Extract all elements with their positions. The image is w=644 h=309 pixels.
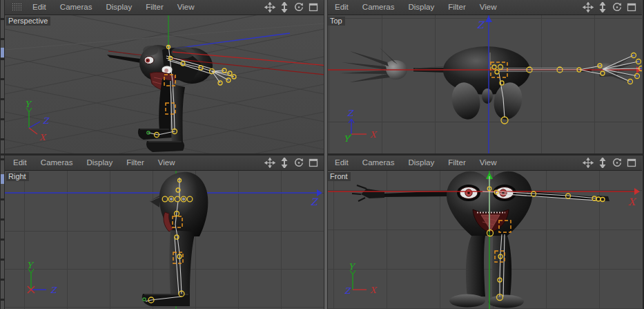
maximize-icon[interactable] [626,2,637,12]
menu-display[interactable]: Display [401,0,441,15]
grip-handle[interactable] [12,3,22,12]
pan-icon[interactable] [264,2,275,12]
viewport-label: Top [328,17,345,26]
x-axis-label: X [628,196,636,207]
menu-edit[interactable]: Edit [326,156,355,170]
quad-viewport-window: Edit Cameras Display Filter View Perspec… [0,0,644,309]
viewport-menubar: Edit Cameras Display Filter View [326,0,642,15]
axis-gizmo: Z X Y [344,109,378,144]
menu-edit[interactable]: Edit [26,0,53,15]
viewport-menubar: Edit Cameras Display Filter View [5,0,324,15]
viewport-canvas-perspective[interactable]: Perspective [5,15,324,153]
viewport-nav-icons [583,2,642,12]
menu-cameras[interactable]: Cameras [53,0,99,15]
dolly-icon[interactable] [279,158,290,168]
viewport-canvas-right[interactable]: Right Z [5,171,324,309]
viewport-nav-icons [264,158,324,168]
palette-highlight-sliver [1,48,4,57]
viewport-splitter-vertical[interactable] [324,0,328,309]
menu-edit[interactable]: Edit [326,0,355,15]
menu-cameras[interactable]: Cameras [34,156,80,170]
maximize-icon[interactable] [626,158,637,168]
z-axis-arrow [317,189,322,196]
menu-filter[interactable]: Filter [119,156,151,170]
grid-highlight-line [5,24,324,50]
menu-view[interactable]: View [473,0,504,15]
axis-gizmo: Y Z X [25,100,50,142]
rotate-icon[interactable] [293,2,304,12]
viewport-nav-icons [583,158,642,168]
viewport-canvas-front[interactable]: Front [326,171,642,309]
dolly-icon[interactable] [597,2,608,12]
gizmo-x-label: X [370,285,378,295]
menu-edit[interactable]: Edit [5,156,34,170]
axis-gizmo: Y Z [27,261,57,295]
rotate-icon[interactable] [293,158,304,168]
scene-top: Z [326,15,642,153]
viewport-right: Edit Cameras Display Filter View Right Z [5,156,324,309]
z-axis-label: Z [477,19,485,30]
gizmo-z-label: Z [344,286,351,296]
maximize-icon[interactable] [308,158,319,168]
pan-icon[interactable] [264,158,275,168]
palette-highlight-sliver [1,174,4,184]
z-axis [169,33,290,49]
rotate-icon[interactable] [612,2,623,12]
viewport-top: Edit Cameras Display Filter View Top [326,0,642,153]
dolly-icon[interactable] [279,2,290,12]
menu-cameras[interactable]: Cameras [355,0,402,15]
menu-filter[interactable]: Filter [441,156,473,170]
menu-filter[interactable]: Filter [139,0,170,15]
viewport-label: Right [6,172,29,181]
viewport-perspective: Edit Cameras Display Filter View Perspec… [5,0,324,153]
viewport-label: Perspective [6,17,50,26]
menu-filter[interactable]: Filter [441,0,473,15]
x-axis-arrow [634,188,640,195]
viewport-nav-icons [264,2,324,12]
gizmo-x-label: X [370,130,378,140]
menu-view[interactable]: View [151,156,182,170]
menu-view[interactable]: View [170,0,202,15]
z-axis-label: Z [311,196,319,207]
scene-right: Z [5,171,324,309]
axis-gizmo: Y X Z [344,262,378,296]
pan-icon[interactable] [583,2,594,12]
menu-cameras[interactable]: Cameras [355,156,402,170]
menu-display[interactable]: Display [99,0,139,15]
gizmo-z-label: Z [50,285,57,295]
scene-perspective: Y Z X [5,15,324,153]
gizmo-z-label: Z [347,109,354,118]
maximize-icon[interactable] [308,2,319,12]
menu-display[interactable]: Display [79,156,119,170]
menu-view[interactable]: View [473,156,504,170]
viewport-label: Front [328,172,351,181]
dolly-icon[interactable] [597,158,608,168]
viewport-splitter-horizontal[interactable] [0,153,644,156]
character-model [340,46,642,122]
menu-display[interactable]: Display [401,156,441,170]
z-axis-arrow [485,16,492,22]
viewport-menubar: Edit Cameras Display Filter View [5,156,324,171]
viewport-canvas-top[interactable]: Top [326,15,642,153]
pan-icon[interactable] [583,158,594,168]
rotate-icon[interactable] [612,158,623,168]
scene-front: X [326,171,642,309]
viewport-front: Edit Cameras Display Filter View Front [326,156,642,309]
viewport-menubar: Edit Cameras Display Filter View [326,156,642,171]
